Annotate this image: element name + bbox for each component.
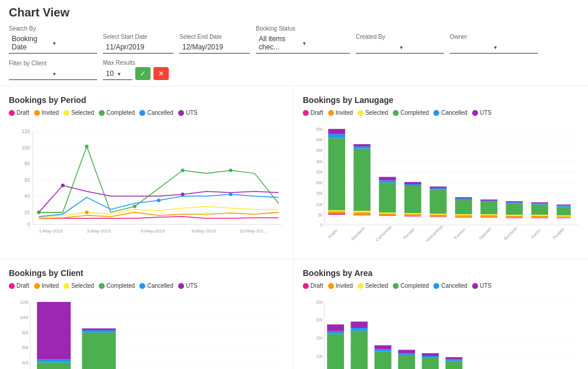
legend-label-draft: Draft [310, 282, 323, 289]
legend-label-cancelled: Cancelled [147, 282, 173, 289]
svg-rect-94 [480, 217, 497, 218]
svg-rect-64 [353, 144, 370, 147]
chart-language-svg: 450 400 350 300 250 200 150 100 50 0 Ara… [303, 121, 579, 250]
legend-dot-draft [9, 110, 15, 116]
owner-arrow-icon: ▾ [494, 44, 535, 51]
svg-rect-141 [37, 360, 71, 363]
legend-item-cancelled: Cancelled [139, 282, 173, 289]
svg-text:100: 100 [316, 354, 322, 358]
svg-rect-99 [480, 200, 497, 201]
filters-bar: Search By Booking Date ▾ Select Start Da… [0, 22, 588, 87]
filter-client-value [12, 69, 53, 78]
legend-label-invited: Invited [336, 282, 353, 289]
svg-text:150: 150 [316, 191, 322, 195]
chart-area-area: 250 200 150 100 50 0 Area A [303, 294, 579, 369]
svg-rect-115 [557, 218, 571, 218]
charts-grid: Bookings by Period DraftInvitedSelectedC… [0, 87, 588, 369]
clear-button[interactable]: ✕ [153, 67, 169, 80]
legend-dot-invited [34, 110, 40, 116]
svg-rect-203 [375, 349, 392, 351]
legend-item-completed: Completed [393, 109, 429, 116]
legend-label-completed: Completed [106, 282, 135, 289]
chart-client-title: Bookings by Client [9, 268, 285, 278]
svg-text:Persian: Persian [402, 227, 416, 241]
svg-text:8-May-2019: 8-May-2019 [192, 228, 216, 234]
svg-rect-82 [430, 214, 447, 215]
chart-language-title: Bookings by Lanugage [303, 95, 579, 105]
legend-item-selected: Selected [358, 109, 388, 116]
search-by-label: Search By [9, 25, 97, 32]
svg-point-29 [85, 211, 88, 214]
max-results-select[interactable]: 10 ▾ [103, 68, 132, 80]
legend-dot-completed [99, 283, 105, 289]
chart-period-area: 120 100 80 60 40 20 0 1-May-2019 3-May-2… [9, 121, 285, 250]
legend-item-cancelled: Cancelled [433, 282, 467, 289]
svg-rect-61 [353, 211, 370, 212]
svg-rect-224 [446, 360, 463, 361]
booking-status-value: All items chec... [259, 35, 303, 51]
svg-rect-87 [455, 217, 472, 218]
svg-rect-96 [480, 214, 497, 215]
legend-label-invited: Invited [42, 109, 59, 116]
svg-rect-57 [328, 129, 345, 134]
chart-client-legend: DraftInvitedSelectedCompletedCancelledUT… [9, 282, 285, 289]
svg-text:50: 50 [318, 213, 323, 217]
svg-point-21 [85, 145, 88, 148]
svg-rect-89 [455, 214, 472, 215]
legend-item-uts: UTS [472, 109, 492, 116]
svg-rect-53 [328, 211, 345, 214]
svg-rect-74 [405, 214, 422, 216]
page-header: Chart View [0, 0, 588, 22]
svg-rect-216 [422, 358, 439, 369]
svg-text:250: 250 [316, 170, 322, 174]
legend-item-completed: Completed [99, 282, 135, 289]
owner-select[interactable]: ▾ [450, 41, 538, 54]
svg-rect-70 [379, 180, 396, 182]
filter-client-select[interactable]: ▾ [9, 68, 97, 80]
chart-area-title: Bookings by Area [303, 268, 579, 278]
legend-item-invited: Invited [34, 282, 59, 289]
svg-text:Cantonese: Cantonese [375, 224, 393, 242]
search-by-select[interactable]: Booking Date ▾ [9, 33, 97, 54]
svg-text:400: 400 [316, 138, 322, 142]
legend-item-selected: Selected [358, 282, 388, 289]
legend-item-cancelled: Cancelled [433, 109, 467, 116]
chart-language-legend: DraftInvitedSelectedCompletedCancelledUT… [303, 109, 579, 116]
svg-text:0: 0 [320, 223, 323, 227]
start-date-value[interactable]: 11/Apr/2019 [103, 41, 173, 54]
legend-label-selected: Selected [365, 282, 388, 289]
svg-point-25 [157, 198, 161, 202]
svg-rect-142 [37, 302, 71, 360]
svg-rect-69 [379, 182, 396, 212]
end-date-value[interactable]: 12/May/2019 [179, 41, 250, 54]
svg-rect-95 [480, 215, 497, 217]
svg-rect-66 [379, 215, 396, 216]
svg-text:150: 150 [316, 336, 322, 340]
svg-rect-188 [327, 334, 344, 369]
legend-dot-completed [393, 110, 399, 116]
svg-rect-52 [328, 214, 345, 215]
svg-point-28 [181, 192, 185, 196]
max-results-label: Max Results [103, 59, 173, 66]
svg-text:1-May-2019: 1-May-2019 [39, 228, 63, 234]
legend-dot-selected [64, 283, 69, 289]
svg-rect-98 [480, 201, 497, 202]
chart-area-svg: 250 200 150 100 50 0 Area A [303, 294, 579, 369]
svg-rect-76 [405, 186, 422, 213]
created-by-select[interactable]: ▾ [356, 41, 444, 54]
svg-rect-202 [375, 351, 392, 369]
svg-rect-59 [353, 215, 370, 215]
legend-dot-selected [64, 110, 69, 116]
svg-rect-73 [405, 216, 422, 217]
created-by-arrow-icon: ▾ [400, 44, 441, 51]
svg-rect-189 [327, 331, 344, 334]
legend-label-uts: UTS [480, 109, 492, 116]
created-by-group: Created By ▾ [356, 34, 444, 54]
svg-rect-62 [353, 149, 370, 211]
booking-status-select[interactable]: All items chec... ▾ [256, 33, 350, 54]
confirm-button[interactable]: ✓ [135, 67, 151, 80]
search-by-value: Booking Date [12, 35, 53, 51]
svg-text:100: 100 [22, 145, 30, 151]
legend-item-uts: UTS [472, 282, 492, 289]
legend-label-uts: UTS [186, 109, 198, 116]
